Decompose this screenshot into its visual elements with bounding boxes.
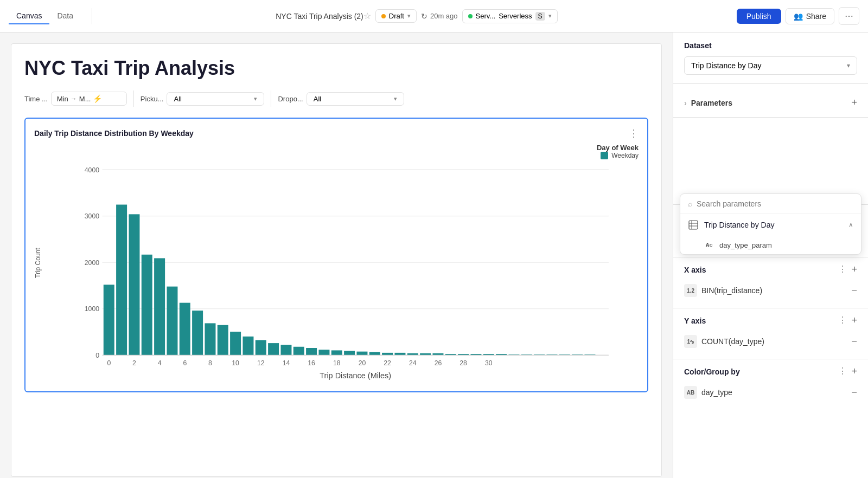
- svg-text:24: 24: [409, 359, 417, 367]
- y-axis-type-text: 1²₃: [687, 339, 694, 345]
- x-axis-header: X axis ⋮ +: [684, 264, 857, 275]
- color-group-remove-button[interactable]: −: [851, 387, 857, 398]
- draft-badge[interactable]: Draft ▾: [375, 9, 417, 23]
- y-axis-item: 1²₃ COUNT(day_type) −: [684, 331, 857, 352]
- svg-text:26: 26: [435, 359, 442, 367]
- filter-separator-2: [271, 91, 271, 107]
- canvas-area: NYC Taxi Trip Analysis Time ... Min → M.…: [0, 33, 673, 478]
- svg-text:4: 4: [158, 359, 162, 367]
- params-search-input[interactable]: [697, 199, 853, 208]
- svg-rect-18: [205, 323, 215, 355]
- header-tabs: Canvas Data: [9, 8, 81, 24]
- svg-rect-27: [318, 350, 329, 355]
- legend-weekday-item: Weekday: [48, 152, 639, 159]
- refresh-icon: ↻: [421, 12, 427, 21]
- svg-text:14: 14: [283, 359, 290, 367]
- header-divider: [92, 8, 92, 24]
- dropoff-chevron-icon: ▾: [394, 95, 397, 102]
- dataset-chevron-icon: ▾: [847, 62, 850, 69]
- svg-text:12: 12: [257, 359, 265, 367]
- svg-text:28: 28: [459, 359, 467, 367]
- tab-data[interactable]: Data: [49, 8, 81, 24]
- range-arrow-icon: →: [71, 95, 77, 102]
- svg-rect-20: [230, 332, 241, 355]
- y-axis-label: Trip Count: [34, 144, 42, 383]
- svg-rect-30: [356, 352, 367, 356]
- more-options-button[interactable]: ⋯: [839, 7, 859, 25]
- star-icon[interactable]: ☆: [363, 11, 371, 21]
- range-max-label: M...: [79, 95, 91, 103]
- color-group-more-icon[interactable]: ⋮: [838, 366, 847, 377]
- publish-button[interactable]: Publish: [737, 9, 781, 24]
- y-axis-more-icon[interactable]: ⋮: [838, 315, 847, 326]
- x-axis-field: BIN(trip_distance): [701, 286, 762, 295]
- svg-text:16: 16: [308, 359, 315, 367]
- svg-text:0: 0: [107, 359, 111, 367]
- parameters-row-left: › Parameters: [684, 99, 732, 107]
- svg-text:10: 10: [232, 359, 239, 367]
- legend-weekday-color: [601, 152, 608, 159]
- y-axis-remove-button[interactable]: −: [851, 336, 857, 347]
- svg-text:18: 18: [333, 359, 341, 367]
- share-button[interactable]: 👥 Share: [786, 8, 834, 24]
- server-status-dot: [468, 14, 473, 18]
- chart-header: Daily Trip Distance Distribution By Week…: [34, 127, 639, 139]
- dataset-select[interactable]: Trip Distance by Day ▾: [684, 56, 857, 75]
- chart-menu-icon[interactable]: ⋮: [629, 127, 639, 139]
- table-icon: [688, 219, 699, 230]
- header-center: NYC Taxi Trip Analysis (2) ☆ Draft ▾ ↻ 2…: [103, 9, 730, 23]
- color-group-field: day_type: [701, 388, 732, 397]
- svg-rect-15: [167, 287, 177, 356]
- time-range-filter[interactable]: Min → M... ⚡: [51, 92, 127, 106]
- y-axis-add-button[interactable]: +: [851, 315, 857, 326]
- report-title: NYC Taxi Trip Analysis: [24, 57, 648, 80]
- pickup-select[interactable]: All ▾: [167, 92, 264, 106]
- dataset-value: Trip Distance by Day: [691, 61, 761, 70]
- pickup-filter-item: Picku... All ▾: [141, 92, 265, 106]
- svg-text:22: 22: [384, 359, 391, 367]
- draft-dot: [381, 14, 386, 18]
- svg-text:4000: 4000: [85, 166, 99, 174]
- svg-text:2000: 2000: [85, 259, 99, 267]
- server-chevron-icon: ▾: [548, 12, 552, 20]
- color-group-item: AB day_type −: [684, 382, 857, 403]
- report-container: NYC Taxi Trip Analysis Time ... Min → M.…: [11, 43, 662, 477]
- svg-rect-24: [280, 345, 291, 355]
- svg-rect-17: [192, 311, 203, 355]
- chart-svg: 4000 3000 2000 1000 0: [48, 164, 639, 380]
- dropoff-value: All: [314, 95, 321, 103]
- chart-svg-area: Day of Week Weekday: [48, 144, 639, 383]
- draft-chevron-icon: ▾: [407, 12, 411, 20]
- svg-rect-14: [154, 258, 165, 355]
- header: Canvas Data NYC Taxi Trip Analysis (2) ☆…: [0, 0, 868, 33]
- bolt-icon: ⚡: [93, 94, 102, 103]
- main-layout: NYC Taxi Trip Analysis Time ... Min → M.…: [0, 33, 868, 478]
- header-actions: Publish 👥 Share ⋯: [737, 7, 859, 25]
- y-axis-section: Y axis ⋮ + 1²₃ COUNT(day_type) −: [673, 308, 868, 359]
- chart-body: Trip Count Day of Week Weekday: [34, 144, 639, 383]
- server-short-label: Serv...: [476, 12, 496, 20]
- tab-canvas[interactable]: Canvas: [9, 8, 49, 24]
- server-badge[interactable]: Serv... Serverless S ▾: [462, 9, 558, 23]
- x-axis-item: 1.2 BIN(trip_distance) −: [684, 280, 857, 301]
- x-axis-type-badge: 1.2: [684, 284, 697, 297]
- color-group-title: Color/Group by: [684, 367, 740, 376]
- x-axis-add-button[interactable]: +: [851, 264, 857, 275]
- params-sub-item[interactable]: AC day_type_param: [680, 236, 861, 254]
- svg-rect-22: [256, 340, 266, 356]
- dropoff-filter-label: Dropo...: [278, 95, 303, 103]
- dropoff-select[interactable]: All ▾: [307, 92, 404, 106]
- svg-rect-33: [394, 353, 405, 355]
- share-icon: 👥: [794, 12, 803, 21]
- pickup-filter-label: Picku...: [141, 95, 164, 103]
- x-axis-remove-button[interactable]: −: [851, 285, 857, 296]
- svg-rect-28: [331, 350, 342, 355]
- params-dataset-item[interactable]: Trip Distance by Day ∧: [680, 214, 861, 236]
- svg-text:3000: 3000: [85, 212, 99, 220]
- svg-text:1000: 1000: [85, 305, 99, 313]
- parameters-add-button[interactable]: +: [851, 97, 857, 108]
- parameters-chevron-icon[interactable]: ›: [684, 99, 687, 107]
- color-group-add-button[interactable]: +: [851, 366, 857, 377]
- chart-title: Daily Trip Distance Distribution By Week…: [34, 129, 194, 138]
- x-axis-more-icon[interactable]: ⋮: [838, 264, 847, 275]
